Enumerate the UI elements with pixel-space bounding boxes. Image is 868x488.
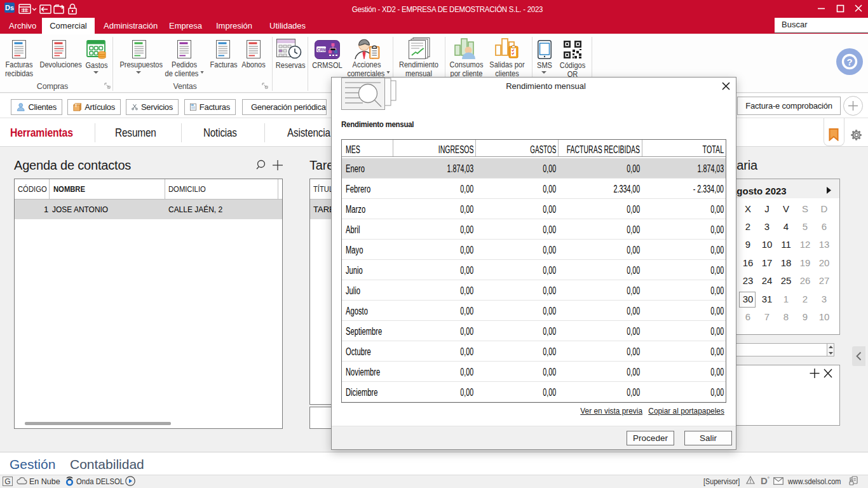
svg-text:CRM: CRM: [317, 48, 327, 52]
svg-text:?: ?: [846, 57, 852, 67]
